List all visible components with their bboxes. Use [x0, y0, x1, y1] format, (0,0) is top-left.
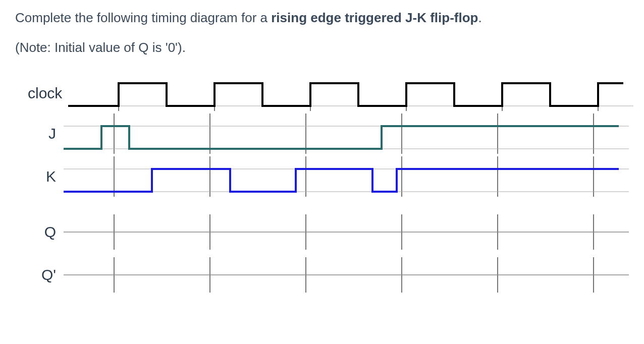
- signal-label-qprime: Q': [28, 266, 64, 283]
- signal-label-k: K: [28, 168, 64, 185]
- instruction-bold: rising edge triggered J-K flip-flop: [271, 10, 478, 25]
- signal-canvas-q: [64, 214, 629, 250]
- signal-canvas-clock: [68, 76, 633, 111]
- signal-row-k: K: [28, 156, 629, 197]
- signal-row-j: J: [28, 113, 629, 154]
- signal-canvas-j: [64, 113, 629, 154]
- signal-canvas-k: [64, 156, 629, 197]
- signal-row-q: Q: [28, 214, 629, 250]
- instruction-text: Complete the following timing diagram fo…: [15, 10, 629, 26]
- signal-label-q: Q: [28, 223, 64, 241]
- signal-label-j: J: [28, 125, 64, 142]
- signal-row-qprime: Q': [28, 257, 629, 293]
- instruction-prefix: Complete the following timing diagram fo…: [15, 10, 271, 25]
- instruction-suffix: .: [478, 10, 482, 25]
- signal-canvas-qprime: [64, 257, 629, 293]
- note-text: (Note: Initial value of Q is '0').: [15, 40, 629, 55]
- timing-diagram: clock J K: [28, 76, 629, 293]
- signal-row-clock: clock: [28, 76, 629, 111]
- signal-label-clock: clock: [28, 85, 68, 102]
